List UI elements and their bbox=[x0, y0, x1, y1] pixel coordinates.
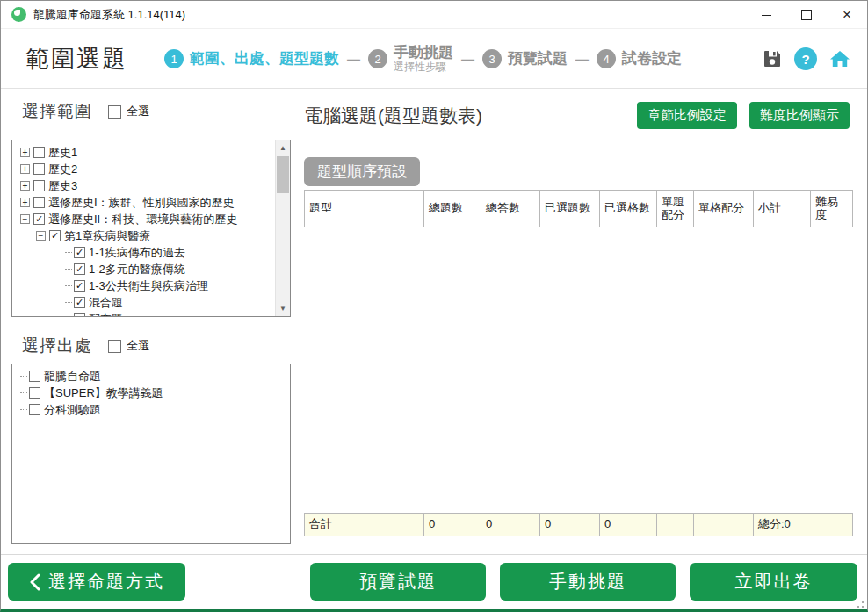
total-questions: 0 bbox=[423, 514, 481, 536]
expand-icon[interactable]: + bbox=[20, 181, 30, 191]
source-list: 龍騰自命題 【SUPER】教學講義題 分科測驗題 bbox=[12, 364, 290, 418]
wizard-stepper: 1 範圍、出處、題型題數 — 2 手動挑題 選擇性步驟 — 3 預覽試題 bbox=[164, 44, 682, 73]
tree-checkbox[interactable]: ✓ bbox=[49, 230, 61, 241]
empty-cell bbox=[656, 514, 693, 536]
step-3: 3 預覽試題 bbox=[482, 49, 568, 68]
tree-item[interactable]: ✓ 配套題 bbox=[12, 311, 275, 317]
tree-checkbox[interactable]: ✓ bbox=[74, 280, 85, 292]
window-title: 龍騰題庫命題系統 1.1.14(114) bbox=[33, 7, 185, 23]
step-4: 4 試卷設定 bbox=[597, 49, 682, 68]
question-table-total-row: 合計 0 0 0 0 總分:0 bbox=[304, 513, 853, 536]
home-icon[interactable] bbox=[828, 48, 851, 69]
collapse-icon[interactable]: − bbox=[20, 214, 30, 224]
tree-item-label: 1-3公共衛生與疾病治理 bbox=[89, 278, 208, 294]
scroll-down-icon[interactable]: ▼ bbox=[276, 301, 290, 316]
help-icon[interactable]: ? bbox=[794, 47, 817, 70]
tree-item[interactable]: + 選修歷史I：族群、性別與國家的歷史 bbox=[12, 194, 275, 211]
tree-item-label: 混合題 bbox=[89, 295, 123, 311]
column-header: 單題配分 bbox=[656, 191, 693, 227]
source-checkbox[interactable] bbox=[29, 387, 40, 399]
difficulty-ratio-button[interactable]: 難度比例顯示 bbox=[749, 102, 850, 129]
resize-grip[interactable] bbox=[862, 606, 864, 608]
title-bar: 龍騰題庫命題系統 1.1.14(114) × bbox=[1, 1, 867, 29]
tree-item[interactable]: − ✓ 選修歷史II：科技、環境與藝術的歷史 bbox=[12, 211, 275, 227]
tree-checkbox[interactable]: ✓ bbox=[74, 247, 85, 258]
selected-cells: 0 bbox=[599, 514, 656, 536]
tree-checkbox[interactable] bbox=[33, 147, 45, 158]
column-header: 總答數 bbox=[481, 191, 539, 227]
tree-item[interactable]: − ✓ 第1章疾病與醫療 bbox=[12, 227, 275, 244]
back-button[interactable]: 選擇命題方式 bbox=[8, 563, 185, 601]
list-item[interactable]: 分科測驗題 bbox=[12, 401, 290, 418]
step-2-sub: 選擇性步驟 bbox=[394, 61, 453, 74]
column-header: 題型 bbox=[305, 191, 423, 227]
tree-item-label: 歷史3 bbox=[48, 178, 77, 194]
tree-checkbox[interactable]: ✓ bbox=[74, 313, 85, 317]
step-1: 1 範圍、出處、題型題數 bbox=[164, 49, 339, 68]
generate-paper-button[interactable]: 立即出卷 bbox=[690, 563, 857, 601]
manual-pick-button[interactable]: 手動挑題 bbox=[500, 563, 676, 601]
total-answers: 0 bbox=[481, 514, 539, 536]
source-title: 選擇出處 bbox=[22, 335, 92, 357]
preview-questions-button[interactable]: 預覽試題 bbox=[310, 563, 486, 601]
tree-item[interactable]: ✓ 混合題 bbox=[12, 294, 275, 311]
source-section-header: 選擇出處 全選 bbox=[22, 335, 149, 357]
tree-item[interactable]: + 歷史3 bbox=[12, 177, 275, 194]
step-dash: — bbox=[461, 52, 474, 67]
selected-questions: 0 bbox=[539, 514, 599, 536]
tree-item[interactable]: ✓ 1-1疾病傳布的過去 bbox=[12, 244, 275, 261]
tree-checkbox[interactable] bbox=[33, 197, 45, 208]
tree-checkbox[interactable]: ✓ bbox=[33, 213, 45, 225]
tree-item-label: 選修歷史I：族群、性別與國家的歷史 bbox=[48, 195, 235, 211]
scrollbar[interactable]: ▲ ▼ bbox=[275, 140, 290, 316]
tree-checkbox[interactable]: ✓ bbox=[74, 297, 85, 308]
range-select-all-label: 全選 bbox=[127, 104, 149, 119]
close-button[interactable]: × bbox=[827, 1, 867, 29]
expand-icon[interactable]: + bbox=[20, 164, 30, 174]
expand-icon[interactable]: + bbox=[20, 198, 30, 207]
page-title: 範圍選題 bbox=[25, 43, 127, 75]
list-item-label: 【SUPER】教學講義題 bbox=[44, 385, 163, 401]
tree-item-label: 第1章疾病與醫療 bbox=[64, 228, 150, 244]
tree-checkbox[interactable] bbox=[33, 163, 45, 175]
step-2-badge: 2 bbox=[368, 49, 387, 68]
chapter-ratio-button[interactable]: 章節比例設定 bbox=[637, 102, 737, 129]
tree-checkbox[interactable]: ✓ bbox=[74, 263, 85, 275]
collapse-icon[interactable]: − bbox=[36, 231, 46, 241]
tree-checkbox[interactable] bbox=[33, 180, 45, 191]
range-select-all-checkbox[interactable] bbox=[108, 105, 121, 119]
range-tree: + 歷史1 + 歷史2 + 歷史3 + 選修歷史I：族群、性別與國家的歷史 − bbox=[12, 140, 275, 317]
step-1-badge: 1 bbox=[164, 49, 184, 68]
tree-item-label: 1-2多元的醫療傳統 bbox=[89, 262, 185, 277]
tree-item-label: 選修歷史II：科技、環境與藝術的歷史 bbox=[48, 212, 237, 227]
save-icon[interactable] bbox=[762, 48, 783, 69]
tree-item[interactable]: ✓ 1-3公共衛生與疾病治理 bbox=[12, 277, 275, 294]
step-3-badge: 3 bbox=[482, 49, 502, 68]
step-2-label: 手動挑題 bbox=[394, 44, 453, 61]
scrollbar-thumb[interactable] bbox=[277, 156, 289, 193]
minimize-button[interactable] bbox=[746, 1, 786, 29]
source-select-all-label: 全選 bbox=[127, 338, 149, 354]
tree-item[interactable]: ✓ 1-2多元的醫療傳統 bbox=[12, 261, 275, 277]
maximize-button[interactable] bbox=[786, 1, 827, 29]
total-label: 合計 bbox=[305, 514, 423, 536]
tree-item[interactable]: + 歷史1 bbox=[12, 144, 275, 161]
source-select-all-checkbox[interactable] bbox=[108, 340, 121, 353]
expand-icon[interactable]: + bbox=[20, 148, 30, 157]
tree-item[interactable]: + 歷史2 bbox=[12, 161, 275, 177]
range-title: 選擇範圍 bbox=[22, 100, 92, 123]
source-checkbox[interactable] bbox=[29, 371, 40, 382]
main-panel-header: 電腦選題(題型題數表) 章節比例設定 難度比例顯示 bbox=[304, 102, 850, 129]
main-panel-title: 電腦選題(題型題數表) bbox=[304, 104, 482, 128]
total-score: 總分:0 bbox=[753, 514, 852, 536]
scroll-up-icon[interactable]: ▲ bbox=[276, 140, 290, 155]
app-window: 龍騰題庫命題系統 1.1.14(114) × 範圍選題 1 範圍、出處、題型題數… bbox=[0, 0, 868, 612]
source-checkbox[interactable] bbox=[29, 404, 40, 415]
list-item[interactable]: 龍騰自命題 bbox=[12, 368, 290, 385]
list-item[interactable]: 【SUPER】教學講義題 bbox=[12, 385, 290, 401]
type-order-button[interactable]: 題型順序預設 bbox=[304, 157, 420, 186]
source-list-box: 龍騰自命題 【SUPER】教學講義題 分科測驗題 bbox=[11, 364, 291, 544]
list-item-label: 分科測驗題 bbox=[44, 402, 101, 418]
back-button-label: 選擇命題方式 bbox=[48, 570, 164, 594]
tree-item-label: 歷史1 bbox=[48, 145, 77, 161]
